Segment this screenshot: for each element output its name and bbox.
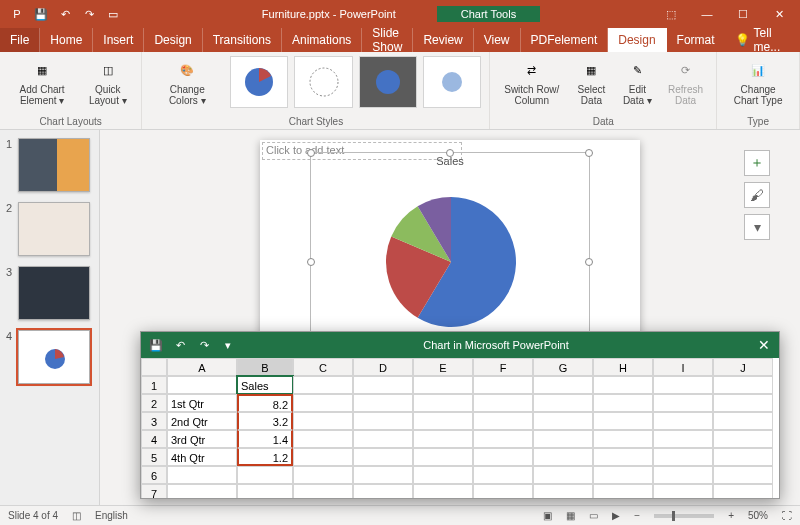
cell-a2[interactable]: 1st Qtr [167, 394, 237, 412]
col-header-g[interactable]: G [533, 358, 593, 376]
row-header-2[interactable]: 2 [141, 394, 167, 412]
switch-row-column-button[interactable]: ⇄ Switch Row/ Column [498, 56, 565, 108]
excel-window-title: Chart in Microsoft PowerPoint [243, 339, 749, 351]
row-header-5[interactable]: 5 [141, 448, 167, 466]
slide-counter: Slide 4 of 4 [8, 510, 58, 521]
sign-in-link[interactable]: Sign in [790, 28, 800, 52]
col-header-j[interactable]: J [713, 358, 773, 376]
tab-chart-design[interactable]: Design [608, 28, 666, 52]
switch-row-column-icon: ⇄ [518, 58, 546, 82]
cell-a4[interactable]: 3rd Qtr [167, 430, 237, 448]
maximize-icon[interactable]: ☐ [726, 1, 760, 27]
group-label-type: Type [725, 116, 791, 127]
select-all-corner[interactable] [141, 358, 167, 376]
tab-view[interactable]: View [474, 28, 521, 52]
row-header-1[interactable]: 1 [141, 376, 167, 394]
chart-elements-button[interactable]: ＋ [744, 150, 770, 176]
svg-point-3 [442, 72, 462, 92]
tab-slideshow[interactable]: Slide Show [362, 28, 413, 52]
cell-b1[interactable]: Sales [237, 376, 293, 394]
chart-style-1[interactable] [230, 56, 288, 108]
cell-a3[interactable]: 2nd Qtr [167, 412, 237, 430]
undo-icon[interactable]: ↶ [54, 3, 76, 25]
change-chart-type-button[interactable]: 📊 Change Chart Type [725, 56, 791, 108]
reading-view-icon[interactable]: ▭ [589, 510, 598, 521]
slide-sorter-icon[interactable]: ▦ [566, 510, 575, 521]
cell-b3[interactable]: 3.2 [237, 412, 293, 430]
col-header-f[interactable]: F [473, 358, 533, 376]
tab-animations[interactable]: Animations [282, 28, 362, 52]
select-data-button[interactable]: ▦ Select Data [571, 56, 612, 108]
cell-b4[interactable]: 1.4 [237, 430, 293, 448]
add-chart-element-icon: ▦ [28, 58, 56, 82]
tab-insert[interactable]: Insert [93, 28, 144, 52]
chart-style-2[interactable] [294, 56, 352, 108]
tab-design-main[interactable]: Design [144, 28, 202, 52]
zoom-out-icon[interactable]: − [634, 510, 640, 521]
row-header-7[interactable]: 7 [141, 484, 167, 498]
quick-layout-button[interactable]: ◫ Quick Layout ▾ [82, 56, 133, 108]
add-chart-element-button[interactable]: ▦ Add Chart Element ▾ [8, 56, 76, 108]
excel-customize-icon[interactable]: ▾ [217, 334, 239, 356]
redo-icon[interactable]: ↷ [78, 3, 100, 25]
minimize-icon[interactable]: — [690, 1, 724, 27]
col-header-e[interactable]: E [413, 358, 473, 376]
language-indicator[interactable]: English [95, 510, 128, 521]
refresh-data-button[interactable]: ⟳ Refresh Data [663, 56, 708, 108]
normal-view-icon[interactable]: ▣ [543, 510, 552, 521]
col-header-a[interactable]: A [167, 358, 237, 376]
svg-point-2 [376, 70, 400, 94]
tab-file[interactable]: File [0, 28, 40, 52]
tab-review[interactable]: Review [413, 28, 473, 52]
spreadsheet-grid[interactable]: A B C D E F G H I J 1 Sales 2 1st Qtr 8.… [141, 358, 779, 498]
document-title: Furniture.pptx - PowerPoint [244, 8, 414, 20]
excel-undo-icon[interactable]: ↶ [169, 334, 191, 356]
change-colors-button[interactable]: 🎨 Change Colors ▾ [150, 56, 224, 108]
select-data-icon: ▦ [577, 58, 605, 82]
change-chart-type-icon: 📊 [744, 58, 772, 82]
row-header-6[interactable]: 6 [141, 466, 167, 484]
thumbnail-2[interactable] [18, 202, 90, 256]
excel-redo-icon[interactable]: ↷ [193, 334, 215, 356]
chart-style-3[interactable] [359, 56, 417, 108]
cell-a5[interactable]: 4th Qtr [167, 448, 237, 466]
thumbnail-3[interactable] [18, 266, 90, 320]
chart-filters-button[interactable]: ▾ [744, 214, 770, 240]
zoom-in-icon[interactable]: + [728, 510, 734, 521]
excel-close-icon[interactable]: ✕ [749, 337, 779, 353]
col-header-i[interactable]: I [653, 358, 713, 376]
col-header-h[interactable]: H [593, 358, 653, 376]
zoom-slider[interactable] [654, 514, 714, 518]
group-label-data: Data [498, 116, 708, 127]
col-header-b[interactable]: B [237, 358, 293, 376]
contextual-tab-label: Chart Tools [437, 6, 540, 22]
col-header-c[interactable]: C [293, 358, 353, 376]
chart-style-4[interactable] [423, 56, 481, 108]
excel-save-icon[interactable]: 💾 [145, 334, 167, 356]
fit-to-window-icon[interactable]: ⛶ [782, 510, 792, 521]
app-icon: P [6, 3, 28, 25]
ribbon-display-options-icon[interactable]: ⬚ [654, 1, 688, 27]
thumbnail-4[interactable] [18, 330, 90, 384]
cell-b2[interactable]: 8.2 [237, 394, 293, 412]
tab-transitions[interactable]: Transitions [203, 28, 282, 52]
tab-chart-format[interactable]: Format [667, 28, 725, 52]
tab-home[interactable]: Home [40, 28, 93, 52]
cell-a1[interactable] [167, 376, 237, 394]
cell-b5[interactable]: 1.2 [237, 448, 293, 466]
edit-data-button[interactable]: ✎ Edit Data ▾ [618, 56, 657, 108]
col-header-d[interactable]: D [353, 358, 413, 376]
row-header-4[interactable]: 4 [141, 430, 167, 448]
spellcheck-icon[interactable]: ◫ [72, 510, 81, 521]
tab-pdfelement[interactable]: PDFelement [521, 28, 609, 52]
thumbnail-1[interactable] [18, 138, 90, 192]
tell-me-search[interactable]: 💡Tell me... [725, 28, 791, 52]
close-window-icon[interactable]: ✕ [762, 1, 796, 27]
chart-styles-button[interactable]: 🖌 [744, 182, 770, 208]
row-header-3[interactable]: 3 [141, 412, 167, 430]
quick-layout-icon: ◫ [94, 58, 122, 82]
slideshow-view-icon[interactable]: ▶ [612, 510, 620, 521]
zoom-level[interactable]: 50% [748, 510, 768, 521]
start-from-beginning-icon[interactable]: ▭ [102, 3, 124, 25]
save-icon[interactable]: 💾 [30, 3, 52, 25]
